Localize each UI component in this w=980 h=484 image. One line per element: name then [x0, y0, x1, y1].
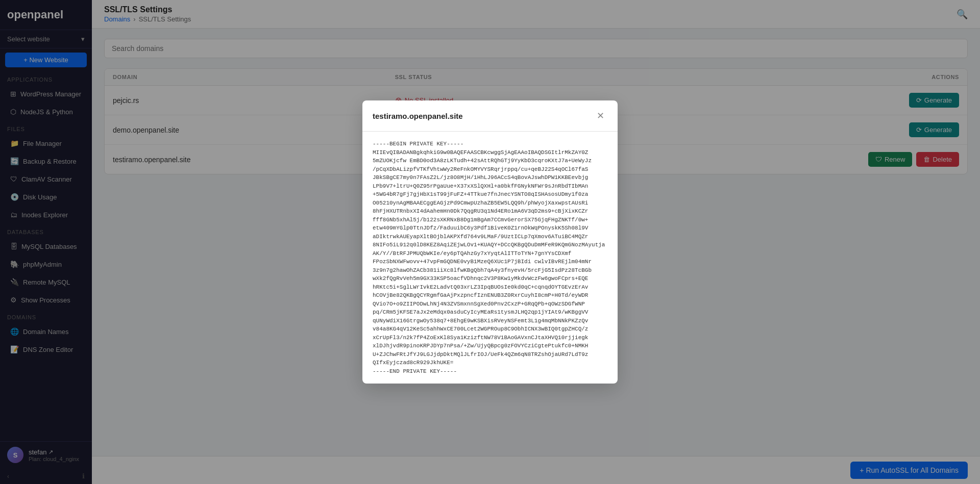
modal-overlay[interactable]: testiramo.openpanel.site ✕ -----BEGIN PR… [0, 0, 980, 484]
ssl-key-modal: testiramo.openpanel.site ✕ -----BEGIN PR… [362, 100, 618, 384]
modal-title: testiramo.openpanel.site [373, 112, 463, 120]
modal-close-button[interactable]: ✕ [593, 109, 607, 123]
ssl-key-text: -----BEGIN PRIVATE KEY----- MIIEvQIBADAN… [373, 140, 607, 375]
modal-body: -----BEGIN PRIVATE KEY----- MIIEvQIBADAN… [362, 132, 618, 384]
modal-header: testiramo.openpanel.site ✕ [362, 100, 618, 132]
